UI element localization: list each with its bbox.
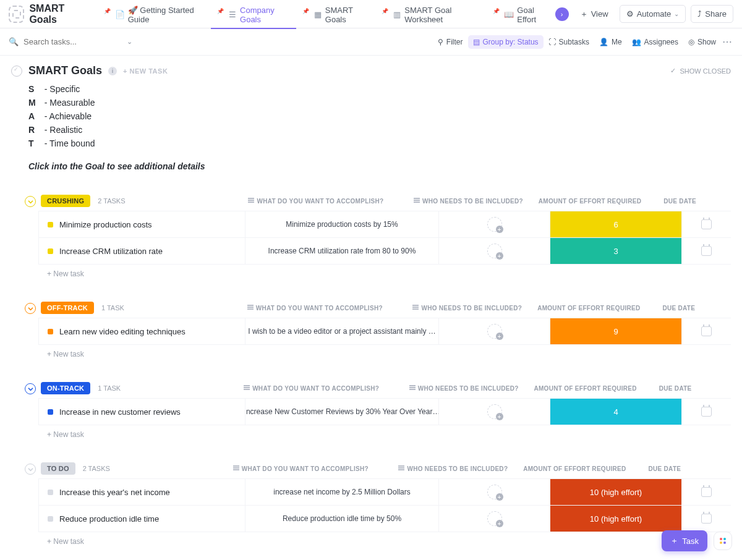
assignee-placeholder-icon[interactable]	[487, 485, 502, 499]
group-toggle-icon[interactable]	[25, 303, 36, 314]
task-assignee-cell[interactable]	[439, 399, 550, 425]
list-toggle-icon[interactable]	[11, 66, 22, 77]
space-icon[interactable]	[9, 6, 24, 23]
add-task-link[interactable]: + New task	[38, 345, 731, 358]
more-menu[interactable]: ⋯	[721, 33, 733, 50]
col-due[interactable]: DUE DATE	[656, 198, 704, 205]
me-button[interactable]: 👤Me	[594, 35, 627, 49]
search-dropdown-icon[interactable]: ⌄	[127, 38, 132, 46]
task-due-cell[interactable]	[682, 318, 730, 344]
assignees-button[interactable]: 👥Assignees	[627, 35, 683, 49]
task-effort-cell[interactable]: 10 (high effort)	[550, 506, 682, 532]
col-who[interactable]: WHO NEEDS TO BE INCLUDED?	[412, 305, 523, 312]
task-accomplish-cell[interactable]: Minimize production costs by 15%	[245, 211, 439, 237]
assignee-placeholder-icon[interactable]	[487, 217, 502, 232]
task-accomplish-cell[interactable]: Increase New Customer Reviews by 30% Yea…	[245, 399, 439, 425]
automate-button[interactable]: ⚙Automate⌄	[620, 5, 686, 23]
task-assignee-cell[interactable]	[439, 506, 550, 532]
tab-goal-effort[interactable]: 📌📖Goal Effort	[487, 0, 555, 28]
col-due[interactable]: DUE DATE	[641, 465, 689, 472]
group-toggle-icon[interactable]	[25, 196, 36, 207]
new-task-link[interactable]: + NEW TASK	[123, 67, 168, 75]
status-badge[interactable]: CRUSHING	[41, 195, 90, 207]
assignee-placeholder-icon[interactable]	[487, 404, 502, 419]
add-task-link[interactable]: + New task	[38, 425, 731, 439]
col-effort[interactable]: AMOUNT OF EFFORT REQUIRED	[523, 305, 655, 312]
add-task-link[interactable]: + New task	[38, 532, 731, 546]
task-name-cell[interactable]: Increase this year's net income	[39, 479, 245, 505]
col-accomplish[interactable]: WHAT DO YOU WANT TO ACCOMPLISH?	[215, 385, 408, 392]
assignee-placeholder-icon[interactable]	[487, 244, 502, 258]
task-effort-cell[interactable]: 9	[550, 318, 682, 344]
task-due-cell[interactable]	[682, 399, 730, 425]
task-due-cell[interactable]	[682, 211, 730, 237]
filter-button[interactable]: ⚲Filter	[433, 35, 468, 49]
col-due[interactable]: DUE DATE	[651, 385, 699, 392]
tab-smart-goal-worksheet[interactable]: 📌▥SMART Goal Worksheet	[375, 0, 487, 28]
task-row[interactable]: Minimize production costs Minimize produ…	[38, 211, 731, 238]
search-box[interactable]: 🔍 ⌄	[9, 37, 132, 46]
task-effort-cell[interactable]: 6	[550, 211, 682, 237]
task-row[interactable]: Learn new video editing techniques I wis…	[38, 318, 731, 345]
task-row[interactable]: Increase this year's net income increase…	[38, 478, 731, 506]
share-button[interactable]: ⤴Share	[691, 5, 733, 23]
assignee-placeholder-icon[interactable]	[487, 324, 502, 339]
task-due-cell[interactable]	[682, 506, 730, 532]
apps-fab[interactable]	[714, 532, 732, 550]
group-toggle-icon[interactable]	[25, 464, 36, 475]
tab-company-goals[interactable]: 📌☰Company Goals	[211, 0, 296, 28]
group-toggle-icon[interactable]	[25, 383, 36, 394]
col-accomplish[interactable]: WHAT DO YOU WANT TO ACCOMPLISH?	[204, 465, 398, 472]
col-accomplish[interactable]: WHAT DO YOU WANT TO ACCOMPLISH?	[220, 198, 413, 205]
search-input[interactable]	[23, 37, 104, 46]
task-accomplish-cell[interactable]: increase net income by 2.5 Million Dolla…	[245, 479, 439, 505]
task-name: Reduce production idle time	[59, 514, 159, 524]
col-due[interactable]: DUE DATE	[655, 305, 703, 312]
tab--getting-started-guide[interactable]: 📌📄🚀 Getting Started Guide	[98, 0, 211, 28]
task-effort-cell[interactable]: 4	[550, 399, 682, 425]
info-icon[interactable]: i	[108, 67, 117, 75]
col-who[interactable]: WHO NEEDS TO BE INCLUDED?	[413, 198, 524, 205]
task-assignee-cell[interactable]	[439, 211, 550, 237]
col-effort[interactable]: AMOUNT OF EFFORT REQUIRED	[519, 385, 651, 392]
add-task-link[interactable]: + New task	[38, 265, 731, 278]
show-closed-button[interactable]: ✓SHOW CLOSED	[670, 67, 731, 75]
task-due-cell[interactable]	[682, 479, 730, 505]
status-badge[interactable]: OFF-TRACK	[41, 302, 94, 314]
task-name-cell[interactable]: Increase CRM utilization rate	[39, 238, 245, 264]
text-icon	[412, 305, 419, 311]
col-who[interactable]: WHO NEEDS TO BE INCLUDED?	[398, 465, 509, 472]
nav-scroll-button[interactable]: ›	[555, 7, 569, 21]
task-effort-cell[interactable]: 3	[550, 238, 682, 264]
task-name-cell[interactable]: Increase in new customer reviews	[39, 399, 245, 425]
groupby-button[interactable]: ▤Group by: Status	[468, 35, 544, 49]
task-name-cell[interactable]: Minimize production costs	[39, 211, 245, 237]
col-accomplish[interactable]: WHAT DO YOU WANT TO ACCOMPLISH?	[218, 305, 412, 312]
task-row[interactable]: Increase in new customer reviews Increas…	[38, 398, 731, 425]
task-row[interactable]: Increase CRM utilization rate Increase C…	[38, 238, 731, 265]
col-effort[interactable]: AMOUNT OF EFFORT REQUIRED	[524, 198, 656, 205]
subtasks-button[interactable]: ⛶Subtasks	[544, 35, 594, 49]
assignee-placeholder-icon[interactable]	[487, 511, 502, 526]
new-task-fab[interactable]: ＋Task	[662, 530, 707, 551]
task-assignee-cell[interactable]	[439, 318, 550, 344]
task-accomplish-cell[interactable]: I wish to be a video editor or a project…	[245, 318, 439, 344]
add-view-button[interactable]: ＋View	[574, 5, 615, 23]
task-row[interactable]: Reduce production idle time Reduce produ…	[38, 506, 731, 532]
task-effort-cell[interactable]: 10 (high effort)	[550, 479, 682, 505]
col-who[interactable]: WHO NEEDS TO BE INCLUDED?	[408, 385, 519, 392]
workspace-title[interactable]: SMART Goals	[29, 3, 87, 25]
show-button[interactable]: ◎Show	[683, 35, 721, 49]
task-accomplish-cell[interactable]: Increase CRM utilization rate from 80 to…	[245, 238, 439, 264]
col-effort[interactable]: AMOUNT OF EFFORT REQUIRED	[509, 465, 641, 472]
task-name-cell[interactable]: Reduce production idle time	[39, 506, 245, 532]
task-accomplish-cell[interactable]: Reduce production idle time by 50%	[245, 506, 439, 532]
tab-smart-goals[interactable]: 📌▦SMART Goals	[296, 0, 375, 28]
task-due-cell[interactable]	[682, 238, 730, 264]
status-badge[interactable]: TO DO	[41, 462, 75, 475]
status-badge[interactable]: ON-TRACK	[41, 382, 90, 394]
task-assignee-cell[interactable]	[439, 479, 550, 505]
pin-icon: 📌	[104, 8, 111, 14]
task-name-cell[interactable]: Learn new video editing techniques	[39, 318, 245, 344]
task-assignee-cell[interactable]	[439, 238, 550, 264]
